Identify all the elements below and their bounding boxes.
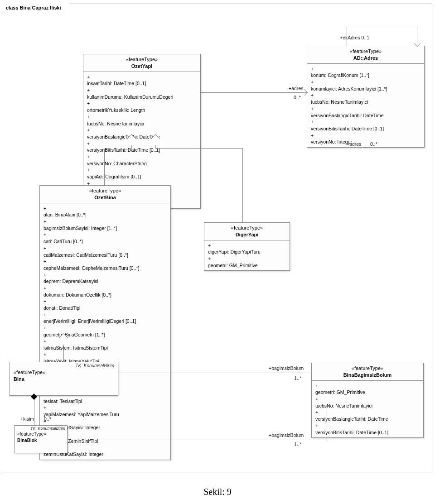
connector: [347, 27, 417, 27]
stereotype-label: «featureType»: [310, 48, 421, 55]
assoc-label-bagimsizbolum2: +bagimsizBolum: [269, 432, 304, 438]
class-name-label: BinaBagimsizBolum: [314, 372, 420, 379]
class-ad-adres: «featureType» AD::Adres +konum: CografiK…: [307, 46, 425, 148]
connector: [327, 409, 327, 440]
assoc-mult-adres2: 0..*: [370, 141, 377, 147]
assoc-mult-bagimsizbolum1: 1..*: [294, 375, 301, 381]
attribute-row: +versiyonBitisTarihi: DateTime [0..1]: [315, 422, 420, 436]
class-name-label: Bina: [14, 376, 114, 383]
class-header: «featureType» OzetBina: [40, 186, 170, 203]
stereotype-label: «featureType»: [314, 365, 420, 372]
attribute-row: +alan: BinaAlani [0..*]: [44, 205, 167, 218]
assoc-mult-adres: 0..*: [294, 95, 301, 100]
class-diger-yapi: «featureType» DigerYapi +digerYapi: Dige…: [204, 222, 290, 271]
connector: [155, 148, 242, 149]
connector: [242, 148, 243, 222]
attribute-row: +kullanimDurumu: KullanimDurumuDegeri: [87, 87, 197, 100]
attribute-row: +versiyonBaslangicTarihi: DateTime: [315, 409, 420, 422]
attribute-row: +insaatTarihi: DateTime [0..1]: [87, 74, 197, 87]
attribute-row: +yapiAdi: CografiIsim [0..1]: [87, 167, 197, 180]
tri-mask: [125, 139, 138, 145]
attribute-row: +deprem: DepremKatsayisi: [44, 272, 167, 285]
attribute-row: +enerjiVerimliligi: EnerjiVerimliligiDeg…: [44, 312, 167, 325]
class-bina: TK_KonumsalBirim «featureType» Bina: [10, 362, 118, 396]
class-header: «featureType» DigerYapi: [204, 223, 290, 240]
frame-title: class Bina Capraz Iliski: [2, 4, 65, 12]
attribute-row: +versiyonNo: CharacterString: [87, 154, 197, 167]
attribute-row: +konum: CografiKonum [1..*]: [311, 66, 420, 79]
assoc-label-adres2: +adres: [347, 141, 361, 147]
assoc-label-ekadres: +ekAdres 0..1: [340, 35, 369, 40]
tri-mask: [149, 139, 162, 145]
assoc-mult-kisim: 0..*: [44, 416, 51, 422]
attribute-row: +geometri: GM_Primitive: [208, 255, 286, 269]
connector: [104, 149, 131, 149]
class-name-label: BinaBlok: [17, 437, 64, 444]
assoc-label-adres: +adres: [289, 86, 303, 91]
attribute-row: +bagimsizBolumSayisi: Integer [1..*]: [44, 218, 167, 231]
class-from-label: TK_KonumsalBirim: [14, 426, 67, 431]
attribute-row: +cati: CatiTuru [0..*]: [44, 231, 167, 245]
connector: [34, 396, 34, 425]
assoc-label-kisim: +kisim: [20, 416, 34, 422]
class-attributes: +digerYapi: DigerYapiTuru+geometri: GM_P…: [204, 240, 290, 271]
stereotype-label: «featureType»: [86, 56, 198, 63]
attribute-row: +tucbsNo: NesneTanimlayici: [315, 396, 420, 409]
class-attributes: +alan: BinaAlani [0..*]+bagimsizBolumSay…: [40, 203, 170, 460]
attribute-row: +yapiMalzemesi: YapiMalzemesiTuru: [44, 404, 167, 418]
class-ozet-bina: «featureType» OzetBina +alan: BinaAlani …: [39, 185, 171, 460]
connector: [201, 92, 307, 93]
attribute-row: +tucbsNo: NesneTanimlayici: [311, 92, 420, 105]
assoc-mult-bagimsizbolum2: 1..*: [294, 442, 301, 447]
class-name-label: OzetBina: [43, 194, 168, 201]
class-name-label: DigerYapi: [207, 231, 287, 238]
attribute-row: +versiyonBitisTarihi: DateTime [0..1]: [311, 119, 420, 132]
attribute-row: +versiyonBitisTarihi: DateTime [0..1]: [87, 140, 197, 154]
attribute-row: +versiyonBaslangicTarihi: DateTime: [87, 127, 197, 140]
stereotype-label: «featureType»: [207, 225, 287, 231]
class-bina-bagimsiz-bolum: «featureType» BinaBagimsizBolum +geometr…: [311, 363, 424, 438]
figure-caption: Sekil: 9: [0, 487, 435, 497]
stereotype-label: «featureType»: [17, 431, 64, 437]
stereotype-label: «featureType»: [14, 369, 114, 376]
attribute-row: +cepheMalzemesi: CepheMalzemesiTuru [0..…: [44, 258, 167, 271]
stereotype-label: «featureType»: [43, 187, 168, 194]
connector: [118, 373, 311, 373]
class-attributes: +geometri: GM_Primitive+tucbsNo: NesneTa…: [312, 381, 423, 438]
attribute-row: +konumlayici: AdresKonumlayici [1..*]: [311, 79, 420, 92]
class-from-label: TK_KonumsalBirim: [10, 362, 118, 368]
class-attributes: +konum: CografiKonum [1..*]+konumlayici:…: [307, 64, 424, 147]
connector: [68, 440, 327, 440]
class-name-label: AD::Adres: [310, 55, 421, 62]
connector: [104, 149, 105, 185]
attribute-row: +geometri: GM_Primitive: [315, 383, 420, 396]
attribute-row: +dokuman: DokumanOzellik [0..*]: [44, 285, 167, 298]
attribute-row: +catiMalzemesi: CatiMalzemesiTuru [0..*]: [44, 245, 167, 258]
tri-mask: [57, 338, 70, 345]
class-header: «featureType» AD::Adres: [307, 46, 424, 64]
class-name-label: OzetYapi: [86, 63, 198, 70]
attribute-row: +tucbsNo: NesneTanimlayici: [87, 114, 197, 127]
class-bina-blok: TK_KonumsalBirim «featureType» BinaBlok: [14, 425, 68, 453]
attribute-row: +digerYapi: DigerYapiTuru: [208, 242, 286, 255]
assoc-label-bagimsizbolum1: +bagimsizBolum: [269, 365, 304, 371]
diagram-frame: class Bina Capraz Iliski «featureType» O…: [2, 4, 432, 472]
attribute-row: +versiyonBaslangicTarihi: DateTime: [311, 106, 420, 119]
class-header: «featureType» OzetYapi: [83, 54, 200, 72]
attribute-row: +ortometrikYukseklik: Length: [87, 100, 197, 113]
connector: [365, 132, 365, 148]
class-header: «featureType» BinaBagimsizBolum: [312, 363, 423, 381]
attribute-row: +donati: DonatiTipi: [44, 298, 167, 311]
attribute-row: +versiyonNo: Integer: [311, 132, 420, 145]
